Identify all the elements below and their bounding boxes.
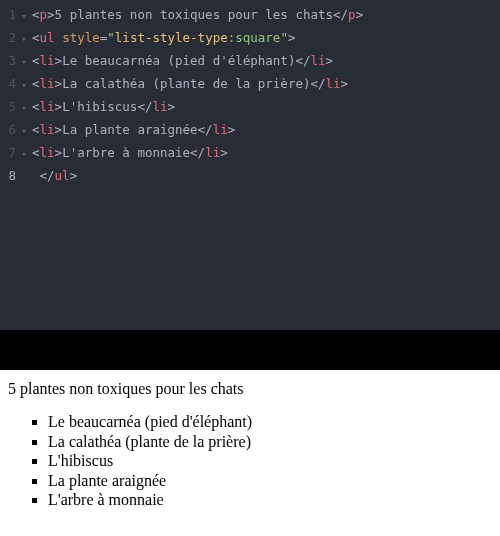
code-content[interactable]: <li>La plante araignée</li> (30, 119, 235, 142)
line-number: 8 (0, 165, 18, 186)
fold-chevron-icon[interactable]: ▾ (18, 119, 30, 142)
code-content[interactable]: <li>La calathéa (plante de la prière)</l… (30, 73, 348, 96)
line-number: 2 (0, 27, 18, 50)
code-content[interactable]: <li>L'hibiscus</li> (30, 96, 175, 119)
code-editor[interactable]: 1▾<p>5 plantes non toxiques pour les cha… (0, 0, 500, 330)
rendered-preview: 5 plantes non toxiques pour les chats Le… (0, 370, 500, 536)
code-content[interactable]: <li>L'arbre à monnaie</li> (30, 142, 228, 165)
fold-chevron-icon[interactable]: ▾ (18, 50, 30, 73)
code-line[interactable]: 1▾<p>5 plantes non toxiques pour les cha… (0, 4, 500, 27)
code-line[interactable]: 2▾<ul style="list-style-type:square"> (0, 27, 500, 50)
line-number: 7 (0, 142, 18, 165)
line-number: 3 (0, 50, 18, 73)
fold-chevron-icon (18, 165, 30, 186)
code-line[interactable]: 4▾<li>La calathéa (plante de la prière)<… (0, 73, 500, 96)
code-line[interactable]: 6▾<li>La plante araignée</li> (0, 119, 500, 142)
code-line[interactable]: 8 </ul> (0, 165, 500, 186)
line-number: 1 (0, 4, 18, 27)
code-line[interactable]: 7▾<li>L'arbre à monnaie</li> (0, 142, 500, 165)
list-item: La plante araignée (48, 471, 492, 491)
code-line[interactable]: 3▾<li>Le beaucarnéa (pied d'éléphant)</l… (0, 50, 500, 73)
code-content[interactable]: <ul style="list-style-type:square"> (30, 27, 295, 50)
pane-divider (0, 330, 500, 370)
preview-list: Le beaucarnéa (pied d'éléphant)La calath… (8, 412, 492, 510)
code-line[interactable]: 5▾<li>L'hibiscus</li> (0, 96, 500, 119)
line-number: 4 (0, 73, 18, 96)
list-item: La calathéa (plante de la prière) (48, 432, 492, 452)
line-number: 6 (0, 119, 18, 142)
list-item: L'hibiscus (48, 451, 492, 471)
list-item: L'arbre à monnaie (48, 490, 492, 510)
list-item: Le beaucarnéa (pied d'éléphant) (48, 412, 492, 432)
code-content[interactable]: <p>5 plantes non toxiques pour les chats… (30, 4, 363, 27)
line-number: 5 (0, 96, 18, 119)
preview-title: 5 plantes non toxiques pour les chats (8, 380, 492, 398)
fold-chevron-icon[interactable]: ▾ (18, 142, 30, 165)
fold-chevron-icon[interactable]: ▾ (18, 73, 30, 96)
fold-chevron-icon[interactable]: ▾ (18, 4, 30, 27)
code-content[interactable]: <li>Le beaucarnéa (pied d'éléphant)</li> (30, 50, 333, 73)
fold-chevron-icon[interactable]: ▾ (18, 27, 30, 50)
code-content[interactable]: </ul> (30, 165, 77, 186)
fold-chevron-icon[interactable]: ▾ (18, 96, 30, 119)
